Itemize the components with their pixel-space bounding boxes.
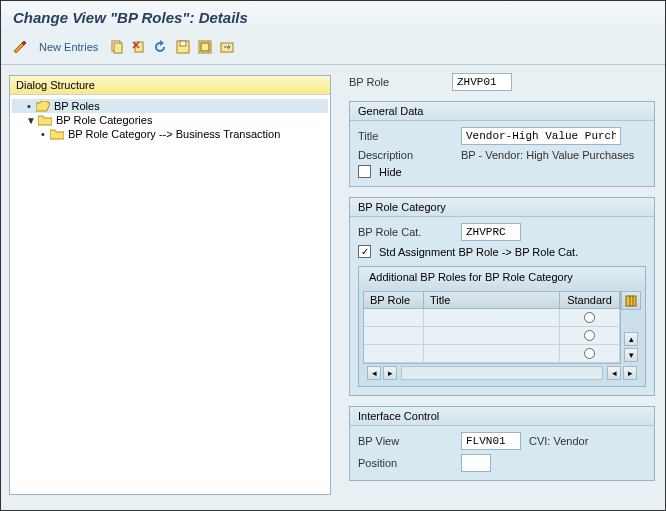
bp-view-input[interactable] (461, 432, 521, 450)
bp-role-row: BP Role (349, 73, 655, 91)
select-all-icon[interactable] (196, 38, 214, 56)
additional-roles-title: Additional BP Roles for BP Role Category (359, 267, 645, 287)
grid-header-bp-role[interactable]: BP Role (364, 292, 424, 308)
title-input[interactable] (461, 127, 621, 145)
tree-label: BP Role Category --> Business Transactio… (68, 128, 280, 140)
table-row[interactable] (364, 327, 620, 345)
tree: • BP Roles ▼ BP Role Categories • BP Rol… (10, 95, 330, 145)
bp-role-label: BP Role (349, 76, 444, 88)
general-data-group: General Data Title Description BP - Vend… (349, 101, 655, 187)
table-row[interactable] (364, 345, 620, 363)
tree-node-bp-role-categories[interactable]: ▼ BP Role Categories (12, 113, 328, 127)
table-row[interactable] (364, 309, 620, 327)
std-assignment-checkbox[interactable]: ✓ (358, 245, 371, 258)
copy-icon[interactable] (108, 38, 126, 56)
radio-button[interactable] (584, 330, 595, 341)
bp-role-input[interactable] (452, 73, 512, 91)
new-entries-button[interactable]: New Entries (39, 41, 98, 53)
tree-node-bp-role-cat-bt[interactable]: • BP Role Category --> Business Transact… (12, 127, 328, 141)
toolbar: New Entries (1, 34, 665, 65)
additional-roles-grid: BP Role Title Standard (363, 291, 641, 382)
scroll-left-button-2[interactable]: ◂ (607, 366, 621, 380)
dialog-structure-header: Dialog Structure (10, 76, 330, 95)
interface-control-group: Interface Control BP View CVI: Vendor Po… (349, 406, 655, 481)
position-label: Position (358, 457, 453, 469)
std-assignment-label: Std Assignment BP Role -> BP Role Cat. (379, 246, 578, 258)
transport-icon[interactable] (218, 38, 236, 56)
scroll-track[interactable] (401, 366, 603, 380)
svg-rect-1 (114, 43, 122, 53)
folder-open-icon (36, 101, 50, 112)
svg-rect-8 (626, 296, 636, 306)
hide-checkbox[interactable] (358, 165, 371, 178)
configure-columns-icon[interactable] (621, 291, 641, 310)
tree-label: BP Roles (54, 100, 100, 112)
scroll-down-button[interactable]: ▾ (624, 348, 638, 362)
tree-label: BP Role Categories (56, 114, 152, 126)
scroll-up-button[interactable]: ▴ (624, 332, 638, 346)
grid-header-title[interactable]: Title (424, 292, 560, 308)
position-input[interactable] (461, 454, 491, 472)
description-label: Description (358, 149, 453, 161)
radio-button[interactable] (584, 312, 595, 323)
bp-role-cat-input[interactable] (461, 223, 521, 241)
dialog-structure-panel: Dialog Structure • BP Roles ▼ BP Role Ca… (9, 75, 331, 495)
radio-button[interactable] (584, 348, 595, 359)
description-value: BP - Vendor: High Value Purchases (461, 149, 634, 161)
bullet-icon: • (26, 100, 32, 112)
bp-role-category-title: BP Role Category (350, 198, 654, 217)
grid-header-standard[interactable]: Standard (560, 292, 620, 308)
scroll-right-button[interactable]: ▸ (383, 366, 397, 380)
bullet-icon: • (40, 128, 46, 140)
folder-icon (50, 129, 64, 140)
undo-icon[interactable] (152, 38, 170, 56)
scroll-right-button-2[interactable]: ▸ (623, 366, 637, 380)
page-title: Change View "BP Roles": Details (1, 1, 665, 34)
caret-down-icon: ▼ (26, 115, 34, 126)
bp-view-label: BP View (358, 435, 453, 447)
folder-icon (38, 115, 52, 126)
interface-control-title: Interface Control (350, 407, 654, 426)
hide-label: Hide (379, 166, 402, 178)
toggle-edit-icon[interactable] (11, 38, 29, 56)
tree-node-bp-roles[interactable]: • BP Roles (12, 99, 328, 113)
additional-roles-panel: Additional BP Roles for BP Role Category… (358, 266, 646, 387)
delete-icon[interactable] (130, 38, 148, 56)
bp-role-category-group: BP Role Category BP Role Cat. ✓ Std Assi… (349, 197, 655, 396)
title-label: Title (358, 130, 453, 142)
save-icon[interactable] (174, 38, 192, 56)
svg-rect-4 (180, 41, 186, 46)
bp-role-cat-label: BP Role Cat. (358, 226, 453, 238)
scroll-left-button[interactable]: ◂ (367, 366, 381, 380)
bp-view-text: CVI: Vendor (529, 435, 588, 447)
general-data-title: General Data (350, 102, 654, 121)
